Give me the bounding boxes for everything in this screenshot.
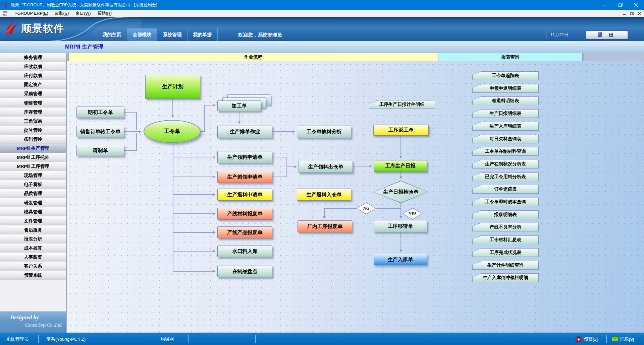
- brand-logo-icon: [3, 21, 19, 36]
- flow-node-excess-requisition[interactable]: 生产超领申请单: [217, 171, 272, 183]
- flow-node-work-order-shortage-analysis[interactable]: 工令单缺料分析: [297, 126, 351, 138]
- menu-window[interactable]: 窗口(W): [72, 11, 94, 16]
- sidebar-item-15[interactable]: 电子看板: [0, 180, 66, 189]
- company-text: CenterSoft Co.,Ltd.: [25, 322, 63, 328]
- sidebar-item-11[interactable]: MRPⅡ 生产管理: [0, 144, 66, 153]
- flow-node-initial-work-order[interactable]: 期初工令单: [76, 107, 124, 118]
- flow-node-material-return-receipt[interactable]: 生产退料入仓单: [297, 189, 351, 201]
- flow-node-production-inbound-order[interactable]: 生产入库单: [374, 254, 427, 265]
- sidebar-item-5[interactable]: 采购管理: [0, 89, 66, 98]
- report-button-5[interactable]: 生产入库明细表: [472, 122, 539, 131]
- sidebar-item-24[interactable]: 客户关系: [0, 262, 66, 271]
- flow-node-material-issue[interactable]: 生产领料出仓单: [299, 161, 353, 173]
- report-button-2[interactable]: 申领申退明细表: [472, 84, 539, 93]
- welcome-message: 欢迎您，系统管理员: [238, 28, 282, 41]
- alert-icon: [576, 336, 582, 342]
- mdi-window-controls: [623, 10, 641, 17]
- sidebar-item-10[interactable]: 条码管控: [0, 135, 66, 144]
- flow-node-process-daily-piecework-detail[interactable]: 工序生产日报计件明细: [369, 100, 435, 109]
- sidebar-item-8[interactable]: 三角贸易: [0, 117, 66, 126]
- minimize-button[interactable]: [597, 0, 612, 10]
- sidebar-item-17[interactable]: 研发管理: [0, 198, 66, 208]
- sidebar-item-25[interactable]: 预警系统: [0, 271, 66, 280]
- close-button[interactable]: [628, 0, 644, 10]
- designed-by-text: Designed by: [10, 314, 39, 321]
- report-button-6[interactable]: 每日欠料查询表: [472, 135, 539, 143]
- mdi-close-icon[interactable]: [638, 12, 641, 15]
- sidebar-item-18[interactable]: 模具管理: [0, 207, 66, 217]
- flow-node-process-rework-order[interactable]: 工序返工单: [373, 125, 429, 136]
- flow-node-sprue-material-inbound[interactable]: 水口料入库: [217, 246, 272, 257]
- report-button-13[interactable]: 产线不良率分析: [472, 223, 539, 231]
- sidebar-item-3[interactable]: 应付款项: [0, 71, 66, 80]
- erp-application-window: 顺景『T-GROUP』制造业ERP系统 - 东莞顺景软件科技有限公司 - [系统…: [0, 0, 644, 345]
- mdi-restore-icon[interactable]: [630, 12, 634, 15]
- status-bar: 系统管理员 复杂(Young-PC:FZ) 局域网 预警[2] 消息[9]: [0, 333, 644, 345]
- flow-node-production-plan[interactable]: 生产计划: [145, 75, 200, 99]
- restore-button[interactable]: [612, 0, 628, 10]
- flow-node-sales-order-to-work-order[interactable]: 销售订单转工令单: [76, 126, 124, 137]
- report-button-16[interactable]: 生产计件明细查询: [472, 261, 539, 270]
- flow-node-request-order[interactable]: 请制单: [76, 145, 124, 156]
- module-sidebar: 账务管理应收款项应付款项固定资产采购管理销售管理库存管理三角贸易批号管控条码管控…: [0, 53, 67, 333]
- flow-node-process-transfer-order[interactable]: 工序移转单: [374, 220, 427, 232]
- report-button-11[interactable]: 工令单即时成本查询: [472, 198, 539, 206]
- report-button-7[interactable]: 工令单在制材料查询: [472, 147, 539, 156]
- menu-items-container: T-GROUP ERP(E)皮肤(S)窗口(W)帮助(H): [10, 11, 115, 16]
- exit-button[interactable]: 退 出: [586, 31, 628, 39]
- flow-node-material-requisition[interactable]: 生产领料申请单: [217, 151, 272, 163]
- sidebar-item-13[interactable]: MRPⅡ 工序管理: [0, 162, 66, 171]
- sidebar-item-23[interactable]: 人事薪资: [0, 253, 66, 262]
- sidebar-item-2[interactable]: 应收款项: [0, 62, 66, 71]
- mdi-minimize-icon[interactable]: [623, 12, 626, 15]
- designed-by-panel: Designed by CenterSoft Co.,Ltd.: [0, 311, 66, 333]
- sidebar-item-9[interactable]: 批号管控: [0, 126, 66, 135]
- report-button-3[interactable]: 领退料明细表: [472, 96, 539, 105]
- report-button-4[interactable]: 生产日报明细表: [472, 109, 539, 118]
- sidebar-item-4[interactable]: 固定资产: [0, 80, 66, 89]
- main-nav-tabs: 我的主页全部模块系统管理我的单据: [97, 28, 218, 41]
- sidebar-item-7[interactable]: 库存管理: [0, 108, 66, 117]
- flow-node-work-order[interactable]: 工令单: [144, 120, 201, 143]
- sidebar-item-1[interactable]: 账务管理: [0, 53, 66, 62]
- status-separator-7: [640, 335, 640, 343]
- brand-logo: 顺景软件: [3, 21, 64, 36]
- report-button-14[interactable]: 工令材料汇总表: [472, 235, 539, 244]
- sidebar-item-20[interactable]: 售后服务: [0, 225, 66, 235]
- mdi-form-icon: [3, 11, 8, 16]
- report-button-8[interactable]: 生产在制状况分析表: [472, 160, 539, 168]
- report-button-15[interactable]: 工序完成状况表: [472, 248, 539, 257]
- flow-node-process-daily-report[interactable]: 工序生产日报: [374, 160, 427, 172]
- module-title-bar: MRPⅡ 生产管理: [0, 41, 644, 53]
- flow-node-production-scheduling[interactable]: 生产排单作业: [217, 126, 272, 138]
- report-button-17[interactable]: 生产入库倒冲领料明细: [472, 273, 539, 282]
- tab-system[interactable]: 系统管理: [157, 28, 187, 41]
- report-button-12[interactable]: 报废明细表: [472, 210, 539, 219]
- flow-node-in-plant-process-scrap[interactable]: 厂内工序报废单: [298, 220, 352, 232]
- sidebar-item-16[interactable]: 品质管理: [0, 189, 66, 198]
- report-button-9[interactable]: 已完工令用料分析表: [472, 172, 539, 181]
- sidebar-item-14[interactable]: 现场管理: [0, 171, 66, 180]
- flow-node-line-product-scrap[interactable]: 产线产品报废单: [217, 226, 272, 238]
- sidebar-item-12[interactable]: MRPⅡ 工序托外: [0, 153, 66, 162]
- flow-node-material-return-request[interactable]: 生产退料申请单: [217, 189, 272, 201]
- status-alerts[interactable]: 预警[2]: [584, 333, 598, 345]
- status-messages[interactable]: 消息[9]: [620, 333, 634, 345]
- flow-node-process-order[interactable]: 加工单: [217, 94, 271, 113]
- menu-help[interactable]: 帮助(H): [94, 11, 115, 16]
- report-button-1[interactable]: 工令单追踪表: [472, 71, 539, 80]
- sidebar-item-6[interactable]: 销售管理: [0, 98, 66, 108]
- menu-skin[interactable]: 皮肤(S): [52, 11, 72, 16]
- report-button-10[interactable]: 订单追踪表: [472, 185, 539, 194]
- tab-documents[interactable]: 我的单据: [187, 28, 218, 41]
- window-title: 顺景『T-GROUP』制造业ERP系统 - 东莞顺景软件科技有限公司 - [系统…: [11, 2, 157, 8]
- flow-node-wip-stocktake[interactable]: 在制品盘点: [217, 266, 272, 277]
- flow-node-line-material-scrap[interactable]: 产线材料报废单: [217, 208, 272, 220]
- menu-tgroup-erp[interactable]: T-GROUP ERP(E): [10, 11, 52, 16]
- tab-home[interactable]: 我的主页: [97, 28, 127, 41]
- tab-all-modules[interactable]: 全部模块: [127, 28, 157, 41]
- status-host: 复杂(Young-PC:FZ): [46, 333, 86, 345]
- sidebar-item-19[interactable]: 文件管理: [0, 216, 66, 226]
- sidebar-item-21[interactable]: 报表分析: [0, 234, 66, 244]
- sidebar-item-22[interactable]: 成本核算: [0, 244, 66, 253]
